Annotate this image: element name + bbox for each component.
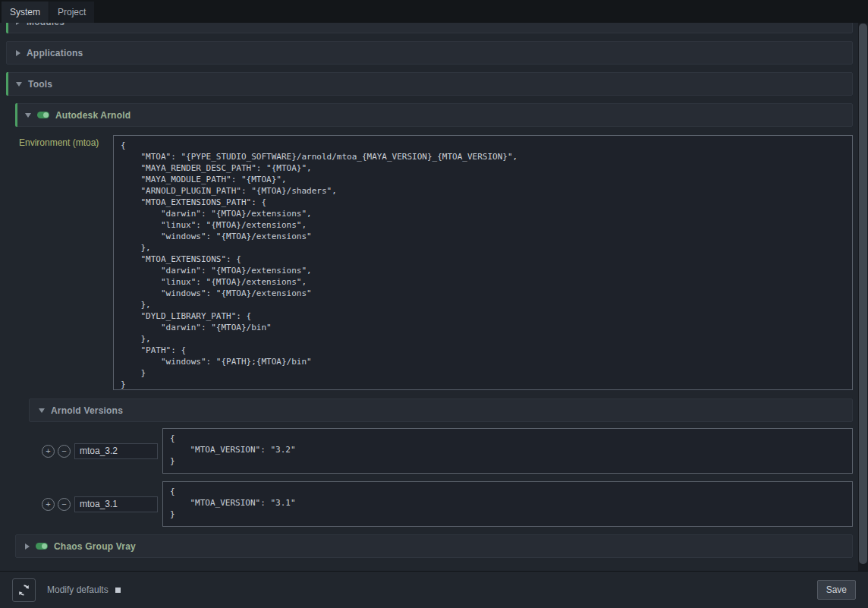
- environment-json-textarea[interactable]: { "MTOA": "{PYPE_STUDIO_SOFTWARE}/arnold…: [113, 135, 853, 390]
- add-version-button[interactable]: +: [42, 498, 55, 511]
- modified-indicator: [6, 23, 8, 33]
- tool-group-header-vray[interactable]: Chaos Group Vray: [15, 534, 853, 558]
- remove-version-button[interactable]: −: [58, 445, 71, 458]
- version-key-input[interactable]: [74, 496, 158, 512]
- environment-row: Environment (mtoa) { "MTOA": "{PYPE_STUD…: [15, 135, 853, 390]
- chevron-down-icon: [39, 408, 45, 413]
- remove-version-button[interactable]: −: [58, 498, 71, 511]
- section-title-tools: Tools: [28, 79, 52, 90]
- toggle-on-icon[interactable]: [37, 112, 49, 118]
- save-button[interactable]: Save: [817, 580, 856, 600]
- version-key-input[interactable]: [74, 443, 158, 459]
- add-version-button[interactable]: +: [42, 445, 55, 458]
- version-json-textarea[interactable]: { "MTOA_VERSION": "3.1" }: [162, 481, 853, 527]
- section-title-modules: Modules: [27, 23, 64, 27]
- section-title-arnold-versions: Arnold Versions: [51, 405, 123, 416]
- tools-body: Autodesk Arnold Environment (mtoa) { "MT…: [6, 103, 853, 558]
- scrollbar[interactable]: [858, 23, 868, 571]
- scrollbar-thumb[interactable]: [859, 24, 867, 564]
- tool-group-arnold: Autodesk Arnold Environment (mtoa) { "MT…: [15, 103, 853, 527]
- tool-group-vray: Chaos Group Vray: [15, 534, 853, 558]
- refresh-button[interactable]: [12, 578, 36, 602]
- arnold-versions-body: + − { "MTOA_VERSION": "3.2" } + −: [29, 428, 853, 527]
- tool-group-title-arnold: Autodesk Arnold: [55, 110, 131, 121]
- modify-defaults-label: Modify defaults: [47, 584, 108, 595]
- section-header-arnold-versions[interactable]: Arnold Versions: [29, 399, 853, 422]
- tab-system[interactable]: System: [2, 2, 49, 23]
- version-json-textarea[interactable]: { "MTOA_VERSION": "3.2" }: [162, 428, 853, 474]
- settings-scroll-area: Modules Applications Tools: [0, 23, 858, 571]
- settings-window: System Project Modules Application: [0, 0, 868, 608]
- toggle-on-icon[interactable]: [36, 543, 48, 550]
- tool-group-title-vray: Chaos Group Vray: [54, 541, 136, 552]
- tab-project[interactable]: Project: [49, 2, 94, 23]
- footer: Modify defaults Save: [0, 571, 868, 608]
- chevron-down-icon: [16, 82, 22, 87]
- chevron-right-icon: [16, 23, 20, 25]
- section-tools: Tools Autodesk Arnold: [6, 72, 853, 558]
- modified-indicator: [6, 72, 8, 96]
- modify-defaults-checkbox[interactable]: [115, 588, 121, 593]
- section-header-modules[interactable]: Modules: [6, 23, 853, 33]
- tool-group-header-arnold[interactable]: Autodesk Arnold: [15, 103, 853, 127]
- section-arnold-versions: Arnold Versions + − { "MTOA_VERSION": "3…: [29, 399, 853, 527]
- environment-label: Environment (mtoa): [19, 135, 113, 148]
- version-row: + − { "MTOA_VERSION": "3.1" }: [42, 481, 853, 527]
- section-header-tools[interactable]: Tools: [6, 72, 853, 96]
- version-row: + − { "MTOA_VERSION": "3.2" }: [42, 428, 853, 474]
- tab-bar: System Project: [0, 0, 868, 23]
- section-title-applications: Applications: [27, 48, 83, 58]
- section-modules: Modules: [6, 23, 853, 33]
- chevron-right-icon: [25, 543, 30, 550]
- chevron-down-icon: [25, 113, 31, 118]
- modified-indicator: [15, 103, 17, 127]
- refresh-icon: [17, 584, 30, 597]
- section-header-applications[interactable]: Applications: [6, 41, 853, 65]
- chevron-right-icon: [16, 50, 20, 56]
- section-applications: Applications: [6, 41, 853, 65]
